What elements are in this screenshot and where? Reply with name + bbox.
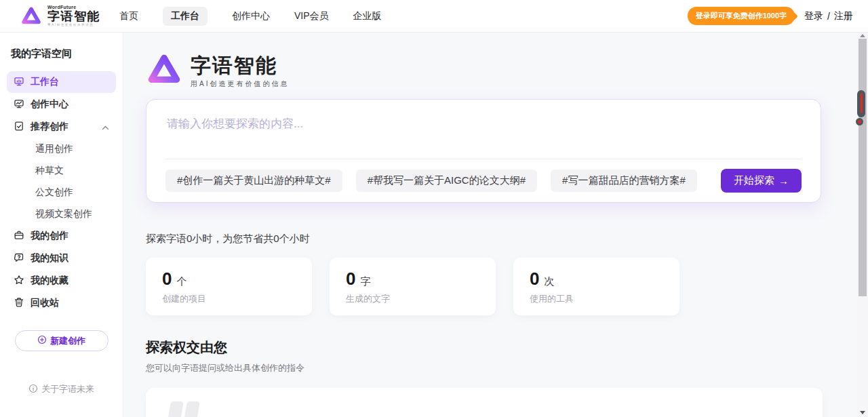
- scrollbar-down-arrow[interactable]: [860, 411, 865, 414]
- quote-card: 字语智能是什么? 嘿，帮我创作一篇北京出游攻略: [146, 388, 823, 417]
- doc-check-icon: [14, 121, 24, 134]
- stat-card-tools: 0 次 使用的工具: [513, 258, 679, 315]
- brand-triangle-icon-large: [146, 52, 182, 91]
- usage-summary: 探索字语0小时，为您节省共0个小时: [146, 233, 822, 245]
- stat-value: 0: [162, 269, 172, 290]
- register-link[interactable]: 注册: [834, 10, 853, 22]
- sidebar-subitem-seeding[interactable]: 种草文: [7, 160, 116, 182]
- stat-value: 0: [530, 269, 539, 290]
- search-card: #创作一篇关于黄山出游的种草文# #帮我写一篇关于AIGC的论文大纲# #写一篇…: [146, 99, 821, 203]
- sidebar-item-label: 回收站: [31, 297, 59, 309]
- stat-label: 生成的文字: [346, 293, 479, 305]
- about-label: 关于字语未来: [41, 383, 94, 395]
- sidebar-subitem-official[interactable]: 公文创作: [7, 182, 116, 203]
- sidebar-title: 我的字语空间: [11, 47, 112, 60]
- auth-divider: /: [827, 11, 830, 22]
- new-creation-label: 新建创作: [50, 335, 85, 347]
- trash-icon: [14, 297, 24, 310]
- brand-name: 字语智能: [47, 10, 100, 22]
- sidebar-item-my-favorites[interactable]: 我的收藏: [7, 270, 116, 292]
- search-input[interactable]: [146, 100, 821, 159]
- stat-unit: 字: [360, 275, 370, 288]
- nav-home[interactable]: 首页: [119, 10, 138, 22]
- brand-tagline-mini: 用AI创造更有价值的信息: [47, 24, 100, 27]
- stat-label: 使用的工具: [530, 293, 663, 305]
- sidebar-item-recommended[interactable]: 推荐创作: [7, 116, 116, 138]
- sidebar-item-label: 工作台: [31, 76, 59, 88]
- monitor-chart-icon: [14, 98, 24, 111]
- header-right: 登录即可享免费创作1000字 登录 / 注册: [688, 7, 853, 25]
- stat-unit: 次: [544, 275, 554, 288]
- nav-enterprise[interactable]: 企业版: [353, 10, 382, 22]
- top-header: WordFuture 字语智能 用AI创造更有价值的信息 首页 工作台 创作中心…: [0, 0, 868, 33]
- plus-circle-icon: [37, 335, 47, 346]
- suggestion-chip-dessert[interactable]: #写一篇甜品店的营销方案#: [551, 170, 697, 192]
- suggestion-chip-aigc[interactable]: #帮我写一篇关于AIGC的论文大纲#: [356, 170, 537, 192]
- section-subtitle: 您可以向字语提问或给出具体创作的指令: [146, 362, 822, 374]
- info-circle-icon: [28, 384, 38, 395]
- sidebar-item-creation-center[interactable]: 创作中心: [7, 94, 116, 115]
- header-brand[interactable]: WordFuture 字语智能 用AI创造更有价值的信息: [20, 5, 100, 27]
- main-brand-tagline: 用AI创造更有价值的信息: [191, 79, 289, 89]
- sidebar-subitem-video[interactable]: 视频文案创作: [7, 203, 116, 225]
- search-footer: #创作一篇关于黄山出游的种草文# #帮我写一篇关于AIGC的论文大纲# #写一篇…: [165, 159, 802, 202]
- scrollbar-thumb[interactable]: [859, 39, 867, 296]
- briefcase-icon: [14, 230, 24, 243]
- stat-unit: 个: [176, 275, 186, 288]
- brand-triangle-icon: [20, 5, 42, 27]
- main-brand-name: 字语智能: [191, 54, 289, 77]
- sidebar-item-my-works[interactable]: 我的创作: [7, 225, 116, 247]
- sidebar-item-recycle-bin[interactable]: 回收站: [7, 292, 116, 314]
- sidebar-item-label: 推荐创作: [31, 121, 68, 133]
- stat-value: 0: [346, 269, 355, 290]
- stat-label: 创建的项目: [162, 293, 296, 305]
- sidebar-subitem-general[interactable]: 通用创作: [7, 138, 116, 160]
- star-icon: [14, 275, 24, 287]
- scrollbar[interactable]: [857, 33, 868, 417]
- promo-badge[interactable]: 登录即可享免费创作1000字: [688, 7, 795, 25]
- question-bubble-icon: [14, 252, 24, 265]
- quote-icon: [169, 401, 198, 417]
- stat-card-projects: 0 个 创建的项目: [146, 258, 312, 315]
- sidebar-item-workbench[interactable]: 工作台: [7, 71, 116, 93]
- nav-workbench[interactable]: 工作台: [163, 7, 208, 26]
- main-brand: 字语智能 用AI创造更有价值的信息: [146, 52, 822, 91]
- sidebar: 我的字语空间 工作台 创作中心 推荐创作 通用创作 种草文 公文创作 视频文案创…: [0, 33, 123, 417]
- stats-row: 0 个 创建的项目 0 字 生成的文字 0 次 使用的工具: [146, 258, 822, 315]
- sidebar-item-label: 创作中心: [31, 98, 68, 111]
- stat-card-words: 0 字 生成的文字: [330, 258, 496, 315]
- main-nav: 首页 工作台 创作中心 VIP会员 企业版: [119, 7, 382, 26]
- suggestion-chip-huangshan[interactable]: #创作一篇关于黄山出游的种草文#: [165, 170, 342, 192]
- section-title: 探索权交由您: [146, 338, 822, 357]
- scrollbar-up-arrow[interactable]: [860, 34, 865, 37]
- arrow-right-icon: →: [778, 175, 789, 186]
- brand-wordfuture: WordFuture: [47, 5, 100, 9]
- brand-text: WordFuture 字语智能 用AI创造更有价值的信息: [47, 5, 100, 27]
- sidebar-item-label: 我的知识: [31, 252, 68, 264]
- auth-links: 登录 / 注册: [804, 10, 853, 22]
- sidebar-item-my-knowledge[interactable]: 我的知识: [7, 247, 116, 269]
- chevron-up-icon[interactable]: [102, 121, 109, 132]
- sidebar-item-label: 我的创作: [31, 230, 68, 242]
- thermometer-icon: [856, 90, 867, 125]
- nav-creation-center[interactable]: 创作中心: [232, 10, 270, 22]
- start-explore-label: 开始探索: [734, 174, 774, 187]
- about-link[interactable]: 关于字语未来: [0, 383, 123, 395]
- nav-vip[interactable]: VIP会员: [294, 10, 329, 22]
- start-explore-button[interactable]: 开始探索 →: [721, 169, 802, 193]
- monitor-icon: [14, 76, 24, 89]
- main-content: 字语智能 用AI创造更有价值的信息 #创作一篇关于黄山出游的种草文# #帮我写一…: [123, 33, 868, 417]
- new-creation-button[interactable]: 新建创作: [15, 330, 108, 351]
- sidebar-item-label: 我的收藏: [31, 275, 68, 287]
- login-link[interactable]: 登录: [804, 10, 823, 22]
